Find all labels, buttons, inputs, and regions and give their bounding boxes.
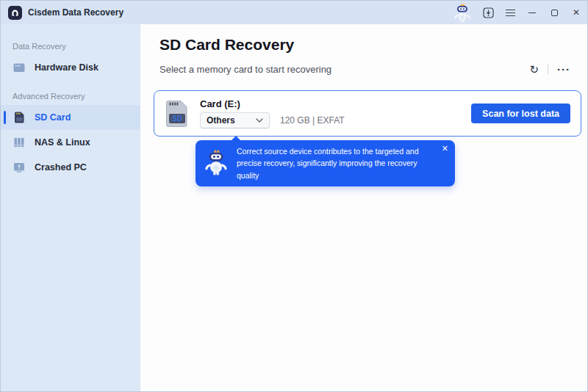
page-title: SD Card Recovery — [159, 34, 294, 56]
hardware-disk-icon — [12, 61, 26, 74]
sidebar-item-hardware-disk[interactable]: Hardware Disk — [1, 55, 140, 80]
menu-icon[interactable] — [499, 1, 521, 24]
sidebar-item-crashed-pc[interactable]: Crashed PC — [1, 155, 140, 180]
assistant-robot-icon[interactable] — [448, 1, 477, 24]
sidebar-item-label: NAS & Linux — [35, 137, 90, 148]
main-content: SD Card Recovery Select a memory card to… — [140, 24, 587, 391]
device-name: Card (E:) — [200, 98, 345, 109]
section-label-advanced-recovery: Advanced Recovery — [12, 92, 140, 101]
maximize-icon — [551, 10, 558, 16]
sd-card-large-icon: SD — [165, 100, 190, 128]
chevron-down-icon — [256, 118, 263, 123]
sd-card-icon — [12, 111, 26, 124]
close-icon: ✕ — [573, 8, 580, 17]
sidebar: Data Recovery Hardware Disk Advanced Rec… — [1, 24, 140, 391]
sidebar-item-label: Crashed PC — [35, 162, 87, 173]
tooltip-caret — [231, 136, 241, 141]
sidebar-item-sd-card[interactable]: SD Card — [1, 105, 140, 130]
more-options-icon[interactable]: ··· — [555, 63, 573, 76]
app-window: Cisdem Data Recovery ✕ — [0, 0, 588, 392]
app-title: Cisdem Data Recovery — [28, 7, 123, 18]
subhead-row: Select a memory card to start recovering… — [159, 61, 573, 77]
app-logo-icon — [8, 6, 22, 20]
filesystem-dropdown-value: Others — [207, 115, 256, 126]
filesystem-dropdown[interactable]: Others — [200, 112, 270, 128]
page-subtitle: Select a memory card to start recovering — [159, 64, 331, 75]
hamburger-lines — [506, 10, 515, 16]
close-button[interactable]: ✕ — [565, 1, 587, 24]
section-label-data-recovery: Data Recovery — [12, 42, 140, 51]
sidebar-item-label: SD Card — [35, 112, 71, 123]
device-info: Card (E:) Others 120 GB | EXFAT — [200, 98, 345, 128]
scan-for-lost-data-button[interactable]: Scan for lost data — [471, 104, 570, 123]
sidebar-item-label: Hardware Disk — [35, 62, 98, 73]
refresh-icon[interactable]: ↻ — [527, 63, 541, 76]
sd-icon-label: SD — [172, 115, 182, 123]
update-icon[interactable] — [477, 1, 499, 24]
capacity-info: 120 GB | EXFAT — [280, 115, 345, 126]
assistant-robot-icon — [203, 148, 229, 178]
crashed-pc-icon — [12, 161, 26, 174]
tooltip-close-icon[interactable]: ✕ — [442, 145, 448, 153]
tooltip-text: Correct source device contributes to the… — [237, 145, 434, 181]
minimize-button[interactable] — [521, 1, 543, 24]
titlebar: Cisdem Data Recovery ✕ — [1, 1, 587, 24]
maximize-button[interactable] — [543, 1, 565, 24]
minimize-icon — [528, 12, 536, 13]
assistant-tooltip: Correct source device contributes to the… — [196, 140, 455, 186]
divider — [548, 64, 548, 74]
sidebar-item-nas-linux[interactable]: NAS & Linux — [1, 130, 140, 155]
device-row-card-e: SD Card (E:) Others 120 GB | EXFAT Scan … — [154, 90, 581, 137]
nas-server-icon — [12, 136, 26, 149]
